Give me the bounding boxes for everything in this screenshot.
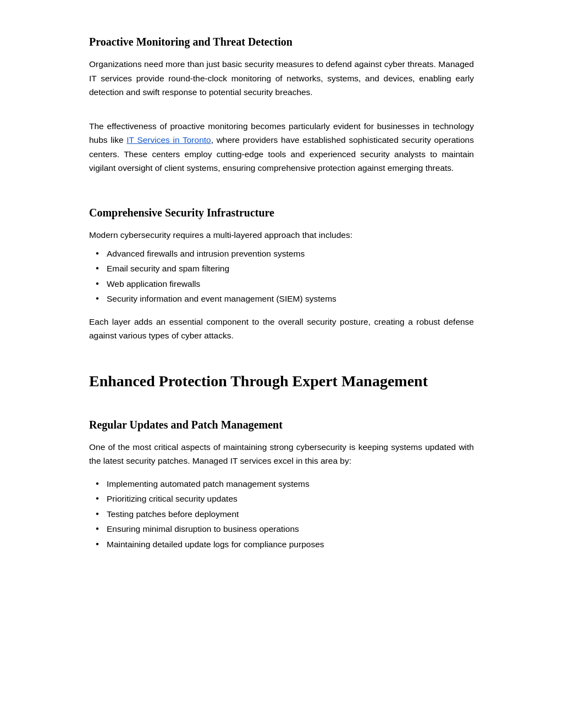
proactive-monitoring-para2: The effectiveness of proactive monitorin… bbox=[89, 119, 474, 175]
comprehensive-security-list: Advanced firewalls and intrusion prevent… bbox=[89, 247, 474, 306]
para1-text: Organizations need more than just basic … bbox=[89, 59, 474, 97]
comprehensive-security-heading: Comprehensive Security Infrastructure bbox=[89, 204, 474, 221]
list-item: Maintaining detailed update logs for com… bbox=[89, 537, 474, 552]
list-item: Testing patches before deployment bbox=[89, 507, 474, 521]
list-item: Web application firewalls bbox=[89, 277, 474, 291]
list-item: Email security and spam filtering bbox=[89, 262, 474, 276]
it-services-toronto-link[interactable]: IT Services in Toronto bbox=[126, 135, 211, 145]
proactive-monitoring-section: Proactive Monitoring and Threat Detectio… bbox=[89, 33, 474, 175]
page-content: Proactive Monitoring and Threat Detectio… bbox=[45, 0, 518, 602]
comprehensive-security-closing: Each layer adds an essential component t… bbox=[89, 315, 474, 343]
regular-updates-section: Regular Updates and Patch Management One… bbox=[89, 416, 474, 552]
comprehensive-security-section: Comprehensive Security Infrastructure Mo… bbox=[89, 204, 474, 343]
list-item: Security information and event managemen… bbox=[89, 292, 474, 306]
comprehensive-security-intro: Modern cybersecurity requires a multi-la… bbox=[89, 228, 474, 242]
regular-updates-heading: Regular Updates and Patch Management bbox=[89, 416, 474, 434]
divider1 bbox=[89, 108, 474, 119]
regular-updates-intro: One of the most critical aspects of main… bbox=[89, 440, 474, 468]
list-item: Implementing automated patch management … bbox=[89, 477, 474, 491]
patch-management-list: Implementing automated patch management … bbox=[89, 477, 474, 552]
list-item: Advanced firewalls and intrusion prevent… bbox=[89, 247, 474, 261]
list-item: Prioritizing critical security updates bbox=[89, 492, 474, 506]
proactive-monitoring-para1: Organizations need more than just basic … bbox=[89, 57, 474, 99]
divider2 bbox=[89, 193, 474, 204]
major-section-heading: Enhanced Protection Through Expert Manag… bbox=[89, 369, 474, 394]
proactive-monitoring-heading: Proactive Monitoring and Threat Detectio… bbox=[89, 33, 474, 51]
list-item: Ensuring minimal disruption to business … bbox=[89, 522, 474, 536]
